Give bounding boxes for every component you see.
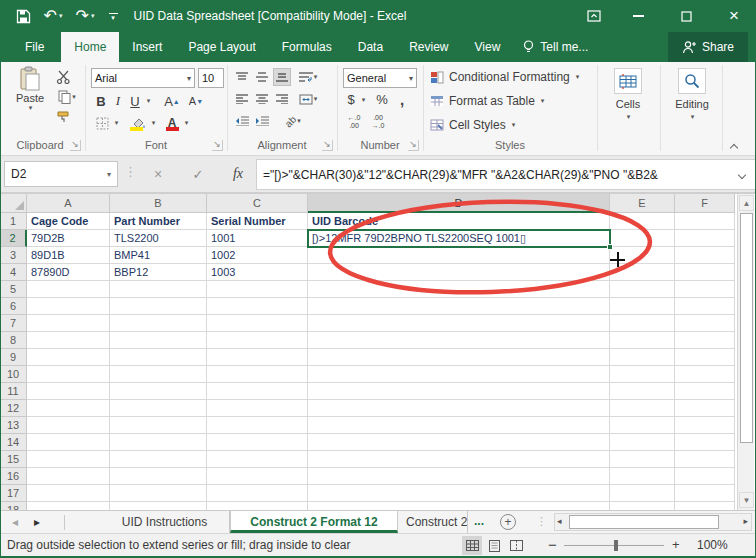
underline-button[interactable]: U	[127, 92, 143, 110]
cell-A3[interactable]: 89D1B	[27, 247, 110, 264]
cell-C1[interactable]: Serial Number	[207, 213, 308, 230]
save-icon[interactable]	[12, 0, 34, 32]
cell-F16[interactable]	[675, 468, 735, 485]
cell-D17[interactable]	[308, 485, 610, 502]
copy-dropdown-icon[interactable]: ▾	[72, 93, 76, 101]
cell-D6[interactable]	[308, 298, 610, 315]
row-header-13[interactable]: 13	[0, 417, 27, 434]
normal-view-button[interactable]	[462, 536, 482, 555]
sheet-tab-construct-2[interactable]: Construct 2	[398, 511, 468, 533]
cell-D16[interactable]	[308, 468, 610, 485]
cell-A9[interactable]	[27, 349, 110, 366]
cell-B5[interactable]	[110, 281, 207, 298]
cells-button[interactable]: Cells ▾	[601, 68, 655, 121]
cell-F12[interactable]	[675, 400, 735, 417]
cell-B18[interactable]	[110, 502, 207, 510]
row-header-2[interactable]: 2	[0, 230, 27, 247]
undo-button[interactable]: ↶▾	[40, 0, 66, 32]
alignment-dialog-launcher-icon[interactable]: ↘	[322, 140, 333, 151]
cell-A1[interactable]: Cage Code	[27, 213, 110, 230]
font-dialog-launcher-icon[interactable]: ↘	[212, 140, 223, 151]
expand-formula-bar-icon[interactable]	[738, 170, 746, 178]
cell-C7[interactable]	[207, 315, 308, 332]
cell-A16[interactable]	[27, 468, 110, 485]
decrease-decimal-button[interactable]: .00→.0	[368, 114, 388, 130]
cell-E15[interactable]	[610, 451, 675, 468]
cell-C2[interactable]: 1001	[207, 230, 308, 247]
cell-B12[interactable]	[110, 400, 207, 417]
insert-function-icon[interactable]: fx	[226, 161, 250, 187]
align-center-button[interactable]	[253, 90, 271, 108]
cell-F4[interactable]	[675, 264, 735, 281]
page-break-view-button[interactable]	[506, 536, 526, 555]
cell-B9[interactable]	[110, 349, 207, 366]
underline-dropdown-icon[interactable]: ▾	[143, 92, 153, 110]
cell-E13[interactable]	[610, 417, 675, 434]
tabbar-separator[interactable]: ⋮	[536, 515, 547, 528]
cell-B16[interactable]	[110, 468, 207, 485]
cell-A2[interactable]: 79D2B	[27, 230, 110, 247]
scroll-up-icon[interactable]: ▲	[739, 195, 754, 211]
wrap-text-button[interactable]: ▾	[296, 68, 320, 86]
cell-D8[interactable]	[308, 332, 610, 349]
number-format-dropdown-icon[interactable]: ▾	[409, 74, 413, 83]
cell-B10[interactable]	[110, 366, 207, 383]
cell-F15[interactable]	[675, 451, 735, 468]
column-header-A[interactable]: A	[27, 194, 110, 213]
tab-file[interactable]: File	[8, 32, 61, 62]
number-dialog-launcher-icon[interactable]: ↘	[408, 140, 419, 151]
zoom-out-icon[interactable]: −	[548, 534, 557, 556]
zoom-level[interactable]: 100%	[697, 534, 728, 556]
cell-E10[interactable]	[610, 366, 675, 383]
row-header-1[interactable]: 1	[0, 213, 27, 230]
cell-A6[interactable]	[27, 298, 110, 315]
cell-C17[interactable]	[207, 485, 308, 502]
cell-D11[interactable]	[308, 383, 610, 400]
share-button[interactable]: Share	[668, 32, 748, 62]
tab-page-layout[interactable]: Page Layout	[175, 32, 268, 62]
grow-font-button[interactable]: A▲	[162, 92, 182, 110]
column-header-E[interactable]: E	[610, 194, 675, 213]
accounting-dropdown-icon[interactable]: ▾	[358, 91, 368, 108]
align-top-button[interactable]	[233, 68, 251, 86]
cell-E4[interactable]	[610, 264, 675, 281]
cell-E14[interactable]	[610, 434, 675, 451]
italic-button[interactable]: I	[111, 92, 125, 110]
cell-B6[interactable]	[110, 298, 207, 315]
sheet-tab-uid-instructions[interactable]: UID Instructions	[100, 511, 230, 533]
cell-F1[interactable]	[675, 213, 735, 230]
cell-C11[interactable]	[207, 383, 308, 400]
row-header-6[interactable]: 6	[0, 298, 27, 315]
cell-E6[interactable]	[610, 298, 675, 315]
align-right-button[interactable]	[273, 90, 291, 108]
cell-C6[interactable]	[207, 298, 308, 315]
cell-B14[interactable]	[110, 434, 207, 451]
row-header-8[interactable]: 8	[0, 332, 27, 349]
font-name-combo[interactable]: Arial▾	[91, 68, 195, 88]
zoom-slider-thumb[interactable]	[614, 540, 618, 551]
sheet-nav-next-icon[interactable]: ▸	[34, 511, 40, 533]
cell-E1[interactable]	[610, 213, 675, 230]
number-format-combo[interactable]: General▾	[343, 68, 417, 88]
cell-B4[interactable]: BBP12	[110, 264, 207, 281]
vertical-scroll-thumb[interactable]	[740, 213, 753, 443]
accounting-format-button[interactable]: $	[344, 91, 358, 108]
font-size-combo[interactable]: 10	[198, 68, 224, 88]
select-all-corner[interactable]	[0, 194, 27, 213]
cell-F6[interactable]	[675, 298, 735, 315]
cell-E8[interactable]	[610, 332, 675, 349]
cell-B17[interactable]	[110, 485, 207, 502]
vertical-scrollbar[interactable]: ▲ ▼	[737, 194, 754, 510]
cell-C14[interactable]	[207, 434, 308, 451]
cell-D10[interactable]	[308, 366, 610, 383]
cell-F18[interactable]	[675, 502, 735, 510]
tab-home[interactable]: Home	[61, 32, 119, 62]
name-box[interactable]: D2 ▾	[4, 161, 118, 187]
maximize-button[interactable]	[664, 0, 708, 32]
cell-D13[interactable]	[308, 417, 610, 434]
cell-A13[interactable]	[27, 417, 110, 434]
cut-button[interactable]	[52, 68, 74, 86]
cell-F7[interactable]	[675, 315, 735, 332]
cell-A11[interactable]	[27, 383, 110, 400]
cell-D1[interactable]: UID Barcode	[308, 213, 610, 230]
